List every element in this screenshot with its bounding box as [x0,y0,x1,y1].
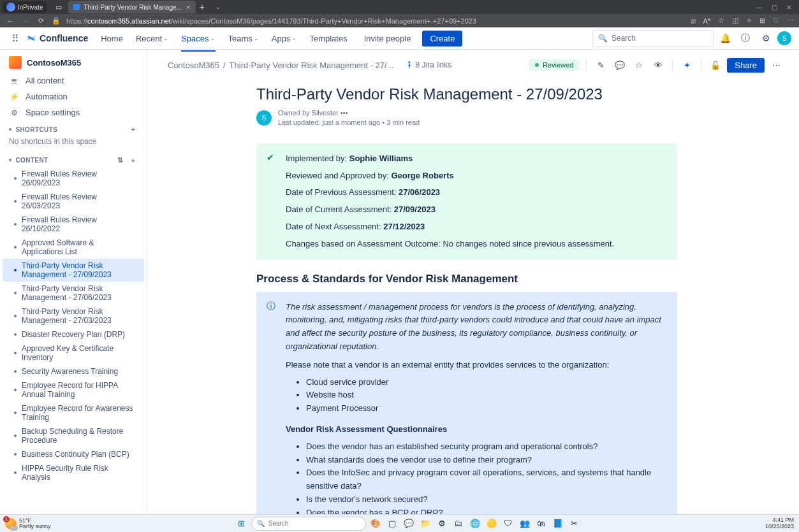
page-tree-item[interactable]: Backup Scheduling & Restore Procedure [3,424,144,447]
filter-icon[interactable]: ⇅ [116,156,125,164]
read-aloud-icon[interactable]: Aª [703,17,710,25]
page-tree-item[interactable]: Firewall Rules Review 26/03/2023 [3,190,144,213]
list-item: Does the InfoSec and privacy program cov… [306,466,667,493]
nav-recent[interactable]: Recent⌄ [131,31,173,46]
help-icon[interactable]: ⓘ [737,29,754,47]
list-item: Does the vendor has a BCP or DRP? [306,507,667,514]
breadcrumb-space[interactable]: ContosoM365 [168,61,219,70]
bullet-icon [14,412,17,414]
page-tree-item[interactable]: Firewall Rules Review 26/10/2022 [3,213,144,236]
space-header[interactable]: ContosoM365 [0,50,147,73]
page-tree-item[interactable]: Security Awareness Training [3,364,144,378]
settings-icon[interactable]: ⚙ [757,29,775,47]
search-input[interactable]: 🔍 Search [592,30,714,47]
confluence-icon [26,32,37,44]
add-page-icon[interactable]: + [129,157,138,164]
maximize-icon[interactable]: ▢ [772,4,777,11]
page-body: Third-Party Vendor Risk Management - 27/… [250,73,696,514]
page-tree-item[interactable]: Approved Key & Certificate Inventory [3,341,144,364]
favorite-icon[interactable]: ☆ [718,17,724,25]
ai-icon[interactable]: ✦ [679,57,694,73]
edit-icon[interactable]: ✎ [593,57,608,73]
content-section-header[interactable]: ▾ CONTENT ⇅ + [0,151,147,167]
nav-spaces[interactable]: Spaces⌄ [176,31,220,46]
confluence-logo[interactable]: Confluence [26,32,88,44]
back-icon[interactable]: ← [5,17,15,25]
jira-links[interactable]: 8 Jira links [406,61,452,69]
page-tree-item[interactable]: Firewall Rules Review 26/09/2023 [3,167,144,190]
page-tree-item[interactable]: HIPPA Security Rule Risk Analysis [3,461,144,484]
page-tree-item[interactable]: Employee Record for HIPPA Annual Trainin… [3,378,144,401]
browser-essentials-icon[interactable]: ♡ [773,17,779,25]
nav-home[interactable]: Home [96,31,128,46]
minimize-icon[interactable]: — [756,4,763,11]
tab-bar: InPrivate ▭ Third-Party Vendor Risk Mana… [0,0,799,14]
more-icon[interactable]: ⋯ [787,17,794,25]
inprivate-label: InPrivate [18,4,43,11]
confluence-favicon-icon [73,4,80,10]
bullet-icon [14,269,17,271]
create-button[interactable]: Create [422,31,462,47]
no-shortcuts-text: No shortcuts in this space [0,136,147,151]
owner-menu-icon[interactable]: ••• [341,109,348,117]
page-tree-item[interactable]: Employee Record for Awareness Training [3,401,144,424]
share-button[interactable]: Share [727,58,765,73]
bullet-icon [14,389,17,391]
add-shortcut-icon[interactable]: + [129,126,138,133]
close-tab-icon[interactable]: ✕ [186,4,191,11]
sidebar-all-content[interactable]: ≣All content [0,73,147,89]
page-tree-item[interactable]: Business Continuity Plan (BCP) [3,447,144,461]
author-avatar[interactable]: S [256,110,272,126]
browser-tab[interactable]: Third-Party Vendor Risk Manage... ✕ [68,1,195,13]
sidebar: ContosoM365 ≣All content ⚡Automation ⚙Sp… [0,50,147,514]
bullet-icon [14,333,17,336]
assessment-panel: ✔ Implemented by: Sophie Williams Review… [256,143,677,260]
window-controls: — ▢ ✕ [756,4,796,11]
tab-actions-icon[interactable]: ⌄ [209,1,228,13]
space-name: ContosoM365 [27,58,81,68]
shortcuts-section-header[interactable]: ▾ SHORTCUTS + [0,120,147,136]
sidebar-space-settings[interactable]: ⚙Space settings [0,104,147,120]
bullet-icon [14,246,17,248]
browser-chrome: InPrivate ▭ Third-Party Vendor Risk Mana… [0,0,799,27]
more-actions-icon[interactable]: ⋯ [768,57,784,73]
star-icon[interactable]: ☆ [631,57,647,73]
check-circle-icon: ✔ [267,152,279,251]
inprivate-badge[interactable]: InPrivate [3,1,47,13]
notifications-icon[interactable]: 🔔 [716,29,734,47]
collections-icon[interactable]: ✧ [746,17,752,25]
breadcrumb-bar: ContosoM365 / Third-Party Vendor Risk Ma… [147,50,799,73]
bolt-icon: ⚡ [9,92,19,101]
nav-teams[interactable]: Teams⌄ [223,31,264,46]
list-item: Does the vendor has an established secur… [306,440,667,454]
site-info-icon[interactable]: 🔒 [51,17,61,25]
page-tree-item[interactable]: Third-Party Vendor Risk Management - 27/… [3,259,144,282]
sidebar-automation[interactable]: ⚡Automation [0,89,147,104]
app-available-icon[interactable]: ⎚ [691,17,696,25]
split-screen-icon[interactable]: ◫ [732,17,738,25]
lock-icon[interactable]: 🔓 [708,57,723,73]
url-field[interactable]: https://contosom365.atlassian.net/wiki/s… [66,17,686,25]
breadcrumb-page[interactable]: Third-Party Vendor Risk Management - 27/… [230,61,394,70]
page-tree-item[interactable]: Third-Party Vendor Risk Management - 27/… [3,282,144,305]
nav-templates[interactable]: Templates [304,31,352,46]
status-badge[interactable]: Reviewed [529,59,580,71]
new-tab-button[interactable]: + [196,2,209,12]
extensions-icon[interactable]: ⊞ [759,17,765,25]
gear-icon: ⚙ [9,108,19,117]
nav-apps[interactable]: Apps⌄ [267,31,302,46]
bullet-icon [14,435,17,437]
page-tree-item[interactable]: Disaster Recovery Plan (DRP) [3,327,144,341]
workspaces-icon[interactable]: ▭ [49,1,68,13]
comment-icon[interactable]: 💬 [612,57,627,73]
profile-avatar[interactable]: S [777,31,791,45]
address-bar-actions: ⎚ Aª ☆ ◫ ✧ ⊞ ♡ ⋯ [691,17,794,25]
page-tree-item[interactable]: Third-Party Vendor Risk Management - 27/… [3,305,144,327]
app-switcher-icon[interactable]: ⠿ [8,32,23,45]
invite-people-button[interactable]: Invite people [358,31,418,47]
watch-icon[interactable]: 👁 [650,57,666,73]
close-window-icon[interactable]: ✕ [786,4,791,11]
page-tree-item[interactable]: Approved Software & Applications List [3,236,144,259]
main-content: ContosoM365 / Third-Party Vendor Risk Ma… [147,50,799,514]
refresh-icon[interactable]: ⟳ [36,17,46,25]
